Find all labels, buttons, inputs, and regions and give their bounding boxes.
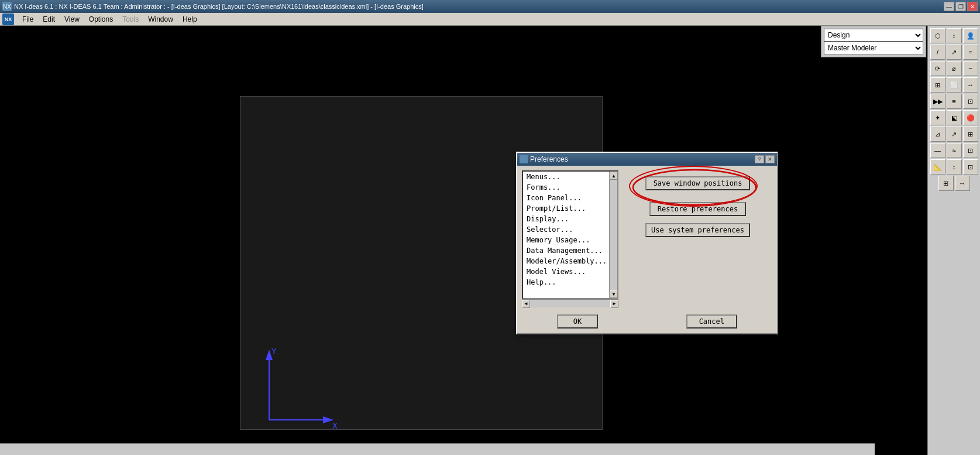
tb-btn-18[interactable]: 🔴: [963, 110, 978, 125]
tb-btn-15[interactable]: ⊡: [963, 94, 978, 109]
dialog-content: Menus... Forms... Icon Panel... Prompt/L…: [517, 166, 777, 333]
toolbar-row-3: ⟳ ⌀ ~: [929, 61, 979, 76]
list-item-model-views[interactable]: Model Views...: [523, 266, 617, 277]
list-container[interactable]: Menus... Forms... Icon Panel... Prompt/L…: [522, 170, 618, 299]
dialog-title-controls: ? ✕: [755, 155, 775, 163]
toolbar-row-1: ⬡ ↕ 👤: [929, 28, 979, 43]
tb-btn-29[interactable]: ↔: [955, 176, 970, 191]
main-layout: Y X 3DHUal.cn Preferences ? ✕: [0, 26, 980, 455]
list-item-forms[interactable]: Forms...: [523, 182, 617, 193]
toolbar-row-7: ⊿ ↗ ⊞: [929, 126, 979, 142]
tb-btn-6[interactable]: ≈: [963, 45, 978, 60]
menu-options[interactable]: Options: [84, 14, 118, 25]
restore-preferences-button[interactable]: Restore preferences: [649, 202, 746, 216]
tb-btn-27[interactable]: ⊡: [963, 159, 978, 175]
tb-btn-12[interactable]: ↔: [963, 77, 978, 93]
minimize-button[interactable]: —: [944, 2, 954, 11]
list-panel: Menus... Forms... Icon Panel... Prompt/L…: [522, 170, 618, 307]
hscroll-left-button[interactable]: ◄: [522, 300, 530, 308]
hscroll-right-button[interactable]: ►: [610, 300, 618, 308]
list-item-help[interactable]: Help...: [523, 277, 617, 288]
list-item-data-management[interactable]: Data Management...: [523, 245, 617, 256]
menu-file[interactable]: File: [18, 14, 38, 25]
list-horizontal-scrollbar[interactable]: ◄ ►: [522, 299, 618, 307]
tb-btn-5[interactable]: ↗: [947, 45, 962, 60]
scrollbar-up-button[interactable]: ▲: [610, 172, 618, 180]
svg-text:X: X: [332, 421, 338, 430]
tb-btn-22[interactable]: —: [930, 143, 945, 158]
tb-btn-20[interactable]: ↗: [947, 126, 962, 142]
tb-btn-13[interactable]: ▶▶: [930, 94, 945, 109]
dialog-icon: [520, 155, 528, 163]
ok-button[interactable]: OK: [557, 314, 598, 329]
restore-button[interactable]: ❐: [955, 2, 966, 11]
tb-btn-28[interactable]: ⊞: [938, 176, 954, 191]
tb-btn-21[interactable]: ⊞: [963, 126, 978, 142]
tb-btn-3[interactable]: 👤: [963, 28, 978, 43]
dialog-help-button[interactable]: ?: [755, 155, 764, 163]
top-right-panel: Design Master Modeler: [821, 26, 926, 57]
tb-btn-4[interactable]: /: [930, 45, 945, 60]
tb-btn-1[interactable]: ⬡: [930, 28, 945, 43]
dialog-title-left: Preferences: [520, 155, 568, 163]
menu-view[interactable]: View: [60, 14, 84, 25]
tb-btn-23[interactable]: ≈: [947, 143, 962, 158]
right-toolbar: ⬡ ↕ 👤 / ↗ ≈ ⟳ ⌀ ~ ⊞ ⬜ ↔ ▶▶ ≡ ⊡ ✦ ⬕ 🔴: [927, 26, 980, 455]
scrollbar-down-button[interactable]: ▼: [610, 290, 618, 298]
close-button[interactable]: ✕: [967, 2, 978, 11]
list-item-selector[interactable]: Selector...: [523, 224, 617, 235]
tb-btn-10[interactable]: ⊞: [930, 77, 945, 93]
list-item-display[interactable]: Display...: [523, 214, 617, 224]
design-dropdown[interactable]: Design: [824, 29, 923, 42]
tb-btn-16[interactable]: ✦: [930, 110, 945, 125]
title-bar-left: NX NX I-deas 6.1 : NX I-DEAS 6.1 Team : …: [2, 2, 424, 11]
toolbar-row-5: ▶▶ ≡ ⊡: [929, 94, 979, 109]
axes-indicator: Y X: [246, 344, 339, 437]
status-bar: [0, 443, 875, 455]
tb-btn-2[interactable]: ↕: [947, 28, 962, 43]
menu-tools: Tools: [118, 14, 143, 25]
toolbar-row-4: ⊞ ⬜ ↔: [929, 77, 979, 93]
list-item-menus[interactable]: Menus...: [523, 172, 617, 182]
tb-btn-14[interactable]: ≡: [947, 94, 962, 109]
app-menu-icon: NX: [2, 13, 14, 25]
cancel-button[interactable]: Cancel: [686, 314, 737, 329]
save-window-positions-button[interactable]: Save window positions: [645, 176, 751, 190]
dialog-footer: OK Cancel: [522, 314, 772, 329]
menu-help[interactable]: Help: [178, 14, 202, 25]
save-window-container: Save window positions: [645, 176, 751, 190]
tb-btn-7[interactable]: ⟳: [930, 61, 945, 76]
toolbar-row-8: — ≈ ⊡: [929, 143, 979, 158]
dialog-close-button[interactable]: ✕: [765, 155, 775, 163]
menu-edit[interactable]: Edit: [38, 14, 60, 25]
title-bar: NX NX I-deas 6.1 : NX I-DEAS 6.1 Team : …: [0, 0, 980, 13]
use-system-preferences-button[interactable]: Use system preferences: [645, 223, 750, 237]
list-item-modeler-assembly[interactable]: Modeler/Assembly...: [523, 256, 617, 266]
title-bar-text: NX I-deas 6.1 : NX I-DEAS 6.1 Team : Adm…: [14, 3, 424, 10]
menu-bar: NX File Edit View Options Tools Window H…: [0, 13, 980, 26]
menu-window[interactable]: Window: [143, 14, 178, 25]
tb-btn-9[interactable]: ~: [963, 61, 978, 76]
title-bar-controls: — ❐ ✕: [944, 2, 978, 11]
list-item-icon-panel[interactable]: Icon Panel...: [523, 193, 617, 203]
list-item-memory-usage[interactable]: Memory Usage...: [523, 235, 617, 245]
tb-btn-8[interactable]: ⌀: [947, 61, 962, 76]
tb-btn-24[interactable]: ⊡: [963, 143, 978, 158]
canvas-area: Y X 3DHUal.cn Preferences ? ✕: [0, 26, 927, 455]
dialog-body: Menus... Forms... Icon Panel... Prompt/L…: [522, 170, 772, 307]
dialog-title-bar: Preferences ? ✕: [517, 153, 777, 166]
master-modeler-dropdown[interactable]: Master Modeler: [824, 42, 923, 54]
tb-btn-11[interactable]: ⬜: [947, 77, 962, 93]
tb-btn-17[interactable]: ⬕: [947, 110, 962, 125]
toolbar-row-10: ⊞ ↔: [929, 176, 979, 191]
toolbar-row-9: 📐 ↕ ⊡: [929, 159, 979, 175]
svg-text:Y: Y: [271, 347, 277, 356]
toolbar-row-6: ✦ ⬕ 🔴: [929, 110, 979, 125]
tb-btn-25[interactable]: 📐: [930, 159, 945, 175]
dialog-title-text: Preferences: [530, 155, 568, 163]
list-item-prompt-list[interactable]: Prompt/List...: [523, 203, 617, 214]
toolbar-row-2: / ↗ ≈: [929, 45, 979, 60]
list-scrollbar[interactable]: ▲ ▼: [609, 172, 617, 298]
tb-btn-19[interactable]: ⊿: [930, 126, 945, 142]
tb-btn-26[interactable]: ↕: [947, 159, 962, 175]
